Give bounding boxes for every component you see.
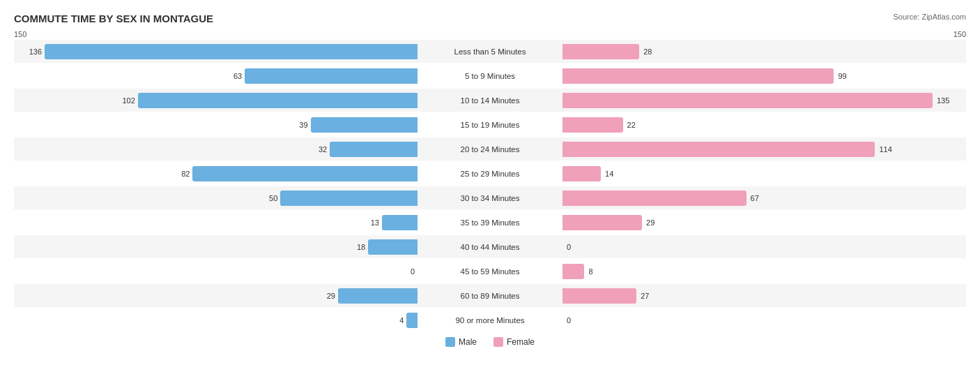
bar-female bbox=[562, 68, 834, 84]
bar-male bbox=[406, 313, 418, 328]
bar-female bbox=[562, 166, 601, 181]
bar-male bbox=[382, 215, 418, 230]
bar-row: 50 30 to 34 Minutes 67 bbox=[14, 186, 966, 209]
bar-male bbox=[138, 93, 418, 108]
bar-female bbox=[562, 93, 933, 108]
bar-row: 29 60 to 89 Minutes 27 bbox=[14, 284, 966, 307]
male-value-label: 13 bbox=[371, 218, 379, 227]
female-value-label: 27 bbox=[641, 292, 649, 300]
legend-female-label: Female bbox=[507, 337, 535, 347]
male-value-label: 18 bbox=[357, 243, 365, 251]
chart-title: COMMUTE TIME BY SEX IN MONTAGUE bbox=[14, 13, 966, 24]
category-label: 60 to 89 Minutes bbox=[420, 292, 560, 300]
male-value-label: 32 bbox=[319, 145, 327, 154]
category-label: 10 to 14 Minutes bbox=[420, 96, 560, 105]
category-label: 20 to 24 Minutes bbox=[420, 145, 560, 154]
right-section: 0 bbox=[560, 235, 966, 258]
axis-labels: 150 150 bbox=[14, 30, 966, 40]
category-label: 35 to 39 Minutes bbox=[420, 218, 560, 227]
axis-min-left: 150 bbox=[14, 30, 26, 38]
axis-max-right: 150 bbox=[954, 30, 966, 38]
bar-female bbox=[562, 44, 639, 59]
bar-row: 4 90 or more Minutes 0 bbox=[14, 308, 966, 332]
left-section: 29 bbox=[14, 284, 420, 307]
male-value-label: 136 bbox=[29, 47, 42, 56]
right-section: 29 bbox=[560, 211, 966, 234]
left-section: 13 bbox=[14, 211, 420, 234]
category-label: 30 to 34 Minutes bbox=[420, 194, 560, 202]
bar-male bbox=[330, 142, 418, 157]
bar-female bbox=[562, 264, 584, 279]
bar-male bbox=[280, 191, 418, 206]
bar-female bbox=[562, 215, 642, 230]
bar-female bbox=[562, 117, 623, 133]
female-value-label: 14 bbox=[605, 170, 613, 178]
legend-male: Male bbox=[445, 337, 477, 347]
legend-male-box bbox=[445, 337, 455, 347]
bar-row: 136 Less than 5 Minutes 28 bbox=[14, 40, 966, 63]
male-value-label: 102 bbox=[122, 96, 135, 105]
bar-male bbox=[45, 44, 418, 59]
right-section: 28 bbox=[560, 40, 966, 63]
male-value-label: 39 bbox=[299, 121, 307, 129]
left-section: 50 bbox=[14, 186, 420, 209]
left-section: 4 bbox=[14, 308, 420, 332]
category-label: Less than 5 Minutes bbox=[420, 47, 560, 56]
bar-row: 82 25 to 29 Minutes 14 bbox=[14, 162, 966, 185]
legend-male-label: Male bbox=[459, 337, 477, 347]
bar-row: 102 10 to 14 Minutes 135 bbox=[14, 89, 966, 112]
category-label: 40 to 44 Minutes bbox=[420, 243, 560, 251]
bar-row: 18 40 to 44 Minutes 0 bbox=[14, 235, 966, 258]
right-section: 99 bbox=[560, 64, 966, 87]
bar-female bbox=[562, 288, 636, 304]
right-section: 27 bbox=[560, 284, 966, 307]
category-label: 45 to 59 Minutes bbox=[420, 267, 560, 276]
bar-female bbox=[562, 191, 747, 206]
bar-row: 32 20 to 24 Minutes 114 bbox=[14, 137, 966, 161]
bar-male bbox=[368, 239, 418, 255]
female-value-label: 22 bbox=[627, 121, 636, 129]
left-section: 18 bbox=[14, 235, 420, 258]
category-label: 25 to 29 Minutes bbox=[420, 170, 560, 178]
male-value-label: 63 bbox=[233, 72, 242, 80]
left-section: 63 bbox=[14, 64, 420, 87]
female-value-label: 29 bbox=[646, 218, 654, 227]
male-value-label: 0 bbox=[411, 267, 415, 276]
bars-area: 136 Less than 5 Minutes 28 63 5 to 9 Min… bbox=[14, 40, 966, 332]
right-section: 8 bbox=[560, 260, 966, 283]
female-value-label: 8 bbox=[588, 267, 592, 276]
chart-container: COMMUTE TIME BY SEX IN MONTAGUE Source: … bbox=[0, 0, 980, 365]
left-section: 0 bbox=[14, 260, 420, 283]
bar-male bbox=[338, 288, 418, 304]
male-value-label: 82 bbox=[181, 170, 190, 178]
right-section: 135 bbox=[560, 89, 966, 112]
legend-female-box bbox=[493, 337, 503, 347]
bar-male bbox=[245, 68, 418, 84]
right-section: 0 bbox=[560, 308, 966, 332]
bar-row: 63 5 to 9 Minutes 99 bbox=[14, 64, 966, 87]
left-section: 32 bbox=[14, 137, 420, 161]
category-label: 90 or more Minutes bbox=[420, 316, 560, 325]
left-section: 136 bbox=[14, 40, 420, 63]
bar-row: 39 15 to 19 Minutes 22 bbox=[14, 113, 966, 136]
legend: Male Female bbox=[14, 337, 966, 347]
bar-male bbox=[192, 166, 418, 181]
bar-row: 0 45 to 59 Minutes 8 bbox=[14, 260, 966, 283]
right-section: 114 bbox=[560, 137, 966, 161]
left-section: 39 bbox=[14, 113, 420, 136]
bar-female bbox=[562, 142, 875, 157]
female-value-label: 99 bbox=[838, 72, 846, 80]
category-label: 15 to 19 Minutes bbox=[420, 121, 560, 129]
right-section: 14 bbox=[560, 162, 966, 185]
female-value-label: 114 bbox=[879, 145, 891, 154]
male-value-label: 4 bbox=[399, 316, 404, 325]
bar-row: 13 35 to 39 Minutes 29 bbox=[14, 211, 966, 234]
bar-male bbox=[311, 117, 418, 133]
male-value-label: 50 bbox=[269, 194, 277, 202]
left-section: 82 bbox=[14, 162, 420, 185]
category-label: 5 to 9 Minutes bbox=[420, 72, 560, 80]
right-section: 67 bbox=[560, 186, 966, 209]
source-text: Source: ZipAtlas.com bbox=[893, 13, 966, 21]
female-value-label: 0 bbox=[567, 243, 571, 251]
female-value-label: 28 bbox=[643, 47, 652, 56]
